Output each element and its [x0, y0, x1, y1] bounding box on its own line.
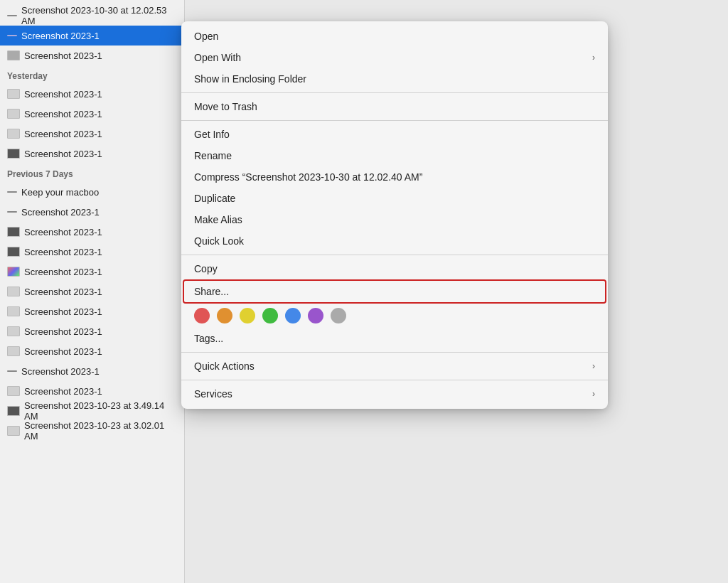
chevron-right-icon: › — [592, 389, 595, 399]
menu-item-label: Share... — [194, 286, 229, 297]
img-icon — [7, 109, 20, 119]
file-item-top-2[interactable]: Screenshot 2023-1 — [0, 26, 185, 46]
menu-item-quick-actions[interactable]: Quick Actions › — [181, 355, 608, 377]
file-label: Screenshot 2023-1 — [24, 247, 102, 257]
menu-item-duplicate[interactable]: Duplicate — [181, 188, 608, 209]
file-item-p1[interactable]: Keep your macboo — [0, 182, 185, 202]
img-icon — [7, 267, 20, 277]
file-label: Screenshot 2023-10-23 at 3.49.14 AM — [24, 400, 178, 422]
file-label: Screenshot 2023-1 — [24, 326, 102, 337]
file-item-p2[interactable]: Screenshot 2023-1 — [0, 202, 185, 222]
menu-item-label: Quick Look — [194, 235, 244, 247]
img-icon — [7, 89, 20, 99]
img-icon — [7, 50, 20, 60]
img-icon — [7, 386, 20, 396]
menu-item-tags[interactable]: Tags... — [181, 328, 608, 349]
menu-item-label: Get Info — [194, 129, 230, 140]
tag-dot-red[interactable] — [194, 308, 210, 323]
chevron-right-icon: › — [592, 53, 595, 63]
tags-color-row — [181, 304, 608, 328]
file-item-p9[interactable]: Screenshot 2023-1 — [0, 341, 185, 361]
tag-dot-purple[interactable] — [308, 308, 323, 323]
menu-separator — [181, 380, 608, 380]
file-item-y1[interactable]: Screenshot 2023-1 — [0, 84, 185, 104]
menu-item-move-to-trash[interactable]: Move to Trash — [181, 96, 608, 117]
menu-item-quick-look[interactable]: Quick Look — [181, 230, 608, 252]
context-menu: Open Open With › Show in Enclosing Folde… — [181, 21, 608, 409]
file-item-p10[interactable]: Screenshot 2023-1 — [0, 361, 185, 381]
tag-dot-green[interactable] — [262, 308, 278, 323]
menu-item-compress[interactable]: Compress “Screenshot 2023-10-30 at 12.02… — [181, 166, 608, 188]
file-label: Screenshot 2023-1 — [24, 306, 102, 317]
menu-item-label: Move to Trash — [194, 101, 257, 112]
menu-item-copy[interactable]: Copy — [181, 258, 608, 279]
menu-item-label: Make Alias — [194, 214, 242, 225]
menu-item-open[interactable]: Open — [181, 26, 608, 47]
menu-item-rename[interactable]: Rename — [181, 145, 608, 166]
img-icon — [7, 247, 20, 257]
file-label: Screenshot 2023-10-30 at 12.02.53 AM — [21, 5, 178, 26]
tag-dot-yellow[interactable] — [240, 308, 255, 323]
file-item-p13[interactable]: Screenshot 2023-10-23 at 3.02.01 AM — [0, 421, 185, 441]
menu-separator — [181, 120, 608, 121]
img-icon — [7, 406, 20, 416]
menu-item-label: Services — [194, 388, 232, 400]
file-item-top-3[interactable]: Screenshot 2023-1 — [0, 46, 185, 65]
file-item-p3[interactable]: Screenshot 2023-1 — [0, 222, 185, 242]
menu-separator — [181, 352, 608, 353]
menu-item-open-with[interactable]: Open With › — [181, 47, 608, 68]
dash-icon — [7, 35, 17, 36]
img-icon — [7, 149, 20, 159]
file-item-top-1[interactable]: Screenshot 2023-10-30 at 12.02.53 AM — [0, 6, 185, 26]
file-item-p8[interactable]: Screenshot 2023-1 — [0, 321, 185, 341]
file-label: Screenshot 2023-1 — [21, 366, 100, 377]
menu-item-show-in-folder[interactable]: Show in Enclosing Folder — [181, 68, 608, 90]
menu-item-label: Tags... — [194, 333, 223, 344]
img-icon — [7, 426, 20, 436]
menu-item-label: Copy — [194, 263, 218, 274]
file-label: Screenshot 2023-1 — [24, 50, 102, 61]
img-icon — [7, 287, 20, 296]
menu-item-get-info[interactable]: Get Info — [181, 124, 608, 145]
file-list: Screenshot 2023-10-30 at 12.02.53 AM Scr… — [0, 0, 185, 441]
dash-icon — [7, 370, 17, 372]
file-item-p6[interactable]: Screenshot 2023-1 — [0, 282, 185, 301]
file-label: Screenshot 2023-1 — [24, 386, 102, 397]
file-item-p5[interactable]: Screenshot 2023-1 — [0, 262, 185, 282]
tag-dot-gray[interactable] — [331, 308, 346, 323]
file-label: Screenshot 2023-1 — [21, 207, 100, 218]
file-label: Screenshot 2023-1 — [24, 89, 102, 100]
file-item-p11[interactable]: Screenshot 2023-1 — [0, 381, 185, 401]
file-item-y3[interactable]: Screenshot 2023-1 — [0, 124, 185, 144]
dash-icon — [7, 15, 17, 16]
menu-item-services[interactable]: Services › — [181, 383, 608, 405]
file-label: Screenshot 2023-1 — [24, 149, 102, 159]
menu-item-label: Rename — [194, 150, 232, 161]
img-icon — [7, 227, 20, 237]
file-label: Screenshot 2023-1 — [24, 109, 102, 119]
menu-item-label: Quick Actions — [194, 360, 255, 372]
file-item-p12[interactable]: Screenshot 2023-10-23 at 3.49.14 AM — [0, 401, 185, 421]
img-icon — [7, 306, 20, 316]
file-item-p4[interactable]: Screenshot 2023-1 — [0, 242, 185, 262]
menu-item-label: Duplicate — [194, 193, 235, 204]
tag-dot-blue[interactable] — [285, 308, 301, 323]
menu-item-label: Open With — [194, 52, 241, 63]
share-item-wrapper: Share... — [184, 281, 605, 302]
file-label: Screenshot 2023-1 — [24, 227, 102, 237]
img-icon — [7, 346, 20, 356]
file-item-p7[interactable]: Screenshot 2023-1 — [0, 301, 185, 321]
file-item-y2[interactable]: Screenshot 2023-1 — [0, 104, 185, 124]
menu-item-make-alias[interactable]: Make Alias — [181, 209, 608, 230]
menu-item-share[interactable]: Share... — [184, 281, 605, 302]
section-label-previous7days: Previous 7 Days — [0, 164, 185, 182]
file-label: Screenshot 2023-1 — [21, 31, 100, 41]
file-item-y4[interactable]: Screenshot 2023-1 — [0, 144, 185, 164]
dash-icon — [7, 191, 17, 193]
menu-separator — [181, 255, 608, 255]
file-label: Screenshot 2023-1 — [24, 267, 102, 277]
tag-dot-orange[interactable] — [217, 308, 232, 323]
file-label: Screenshot 2023-1 — [24, 346, 102, 357]
file-label: Keep your macboo — [21, 187, 99, 198]
file-label: Screenshot 2023-1 — [24, 129, 102, 139]
